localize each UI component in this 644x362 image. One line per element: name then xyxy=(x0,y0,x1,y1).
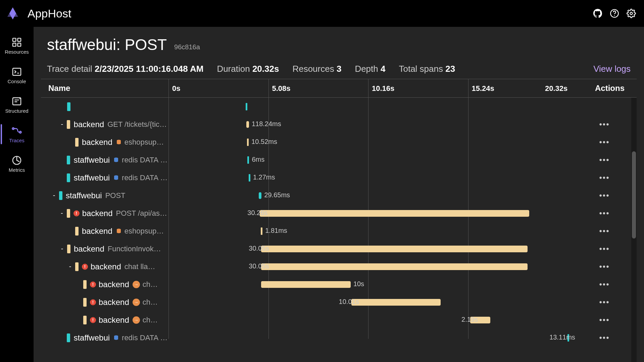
nav-structured[interactable]: Structured xyxy=(0,90,34,119)
trace-row[interactable]: staffwebuiredis DATA r…6ms••• xyxy=(41,151,631,169)
span-description: ch… xyxy=(143,316,158,324)
span-bar[interactable] xyxy=(351,299,441,306)
trace-row[interactable]: -backendGET /tickets/{tick…118.24ms••• xyxy=(41,115,631,133)
actions-cell: ••• xyxy=(578,136,631,148)
trace-row[interactable]: !backend→ch…10.01s••• xyxy=(41,293,631,311)
help-icon[interactable] xyxy=(610,9,619,18)
expander-icon[interactable]: - xyxy=(51,192,57,199)
row-actions-menu-icon[interactable]: ••• xyxy=(598,207,610,219)
trace-row[interactable]: staffwebuiredis DATA r…1.27ms••• xyxy=(41,169,631,187)
nav-resources[interactable]: Resources xyxy=(0,31,34,60)
timeline-cell: 10.52ms xyxy=(168,133,578,151)
error-icon: ! xyxy=(73,210,80,216)
app-logo-icon xyxy=(6,7,19,20)
database-icon xyxy=(116,228,122,234)
span-name-cell: staffwebuiredis DATA r… xyxy=(41,155,168,165)
trace-row[interactable]: !backend→ch…2.19s••• xyxy=(41,311,631,329)
span-bar[interactable] xyxy=(247,156,249,164)
span-bar[interactable] xyxy=(261,246,528,252)
span-bar[interactable] xyxy=(261,263,528,270)
duration-label: 30.05s xyxy=(249,262,269,270)
host-label: AppHost xyxy=(28,7,71,20)
span-bar[interactable] xyxy=(260,210,529,217)
console-icon xyxy=(11,66,22,77)
timeline-cell: 10.01s xyxy=(168,293,578,311)
expander-icon[interactable]: - xyxy=(59,209,65,217)
span-bar[interactable] xyxy=(259,192,261,199)
span-description: ch… xyxy=(143,280,158,289)
row-actions-menu-icon[interactable]: ••• xyxy=(598,190,610,202)
service-name: backend xyxy=(99,298,129,307)
row-actions-menu-icon[interactable]: ••• xyxy=(598,118,610,131)
row-actions-menu-icon[interactable]: ••• xyxy=(598,332,610,344)
vertical-scrollbar[interactable] xyxy=(631,98,637,362)
span-bar[interactable] xyxy=(247,139,249,146)
span-name-cell: -backendFunctionInvok… xyxy=(41,244,168,254)
service-name: staffwebui xyxy=(73,155,110,165)
row-actions-menu-icon[interactable]: ••• xyxy=(598,261,610,273)
span-description: GET /tickets/{tick… xyxy=(107,120,168,129)
stat-label: Total spans xyxy=(399,64,445,74)
actions-cell: ••• xyxy=(578,243,631,255)
nav-label: Traces xyxy=(9,138,24,143)
span-name-cell: !backend→ch… xyxy=(41,315,168,325)
service-color-chip xyxy=(67,156,70,164)
service-name: backend xyxy=(74,244,104,254)
duration-label: 6ms xyxy=(252,156,264,163)
sidebar-nav: Resources Console Structured Traces Metr… xyxy=(0,27,34,362)
svg-point-1 xyxy=(614,15,615,16)
expander-icon[interactable]: - xyxy=(59,120,65,128)
trace-row[interactable]: staffwebuiredis DATA r…13.11ms••• xyxy=(41,329,631,347)
actions-cell: ••• xyxy=(578,261,631,273)
row-actions-menu-icon[interactable]: ••• xyxy=(598,314,610,326)
span-name-cell: -backendGET /tickets/{tick… xyxy=(41,120,168,129)
span-bar[interactable] xyxy=(261,227,262,235)
trace-row[interactable]: -staffwebuiPOST29.65ms••• xyxy=(41,187,631,204)
row-actions-menu-icon[interactable]: ••• xyxy=(598,225,610,237)
row-actions-menu-icon[interactable]: ••• xyxy=(598,243,610,255)
span-bar[interactable] xyxy=(246,121,249,128)
svg-rect-6 xyxy=(18,43,21,46)
span-name-cell: -!backendchat lla… xyxy=(41,262,168,271)
span-description: chat lla… xyxy=(125,262,155,271)
trace-row[interactable]: backendeshopsup…10.52ms••• xyxy=(41,133,631,151)
github-icon[interactable] xyxy=(593,9,602,18)
row-actions-menu-icon[interactable]: ••• xyxy=(598,172,610,184)
actions-cell: ••• xyxy=(578,314,631,326)
trace-row[interactable]: -!backendPOST /api/assi…30.26s••• xyxy=(41,204,631,222)
service-color-chip xyxy=(59,191,62,200)
trace-row[interactable]: -!backendchat lla…30.05s••• xyxy=(41,258,631,275)
row-actions-menu-icon[interactable]: ••• xyxy=(598,296,610,308)
row-actions-menu-icon[interactable]: ••• xyxy=(598,278,610,291)
span-description: ch… xyxy=(143,298,158,307)
row-actions-menu-icon[interactable]: ••• xyxy=(598,136,610,148)
duration-label: 1.81ms xyxy=(265,227,287,235)
row-actions-menu-icon[interactable]: ••• xyxy=(598,154,610,166)
trace-row[interactable]: backendeshopsup…1.81ms••• xyxy=(41,222,631,240)
service-color-chip xyxy=(67,209,70,218)
timeline-header: 0s5.08s10.16s15.24s20.32s xyxy=(168,79,583,97)
nav-label: Resources xyxy=(5,49,29,55)
span-bar[interactable] xyxy=(261,281,350,288)
view-logs-link[interactable]: View logs xyxy=(593,64,631,74)
svg-rect-7 xyxy=(13,68,21,75)
nav-console[interactable]: Console xyxy=(0,60,34,90)
span-bar[interactable] xyxy=(246,103,247,110)
expander-icon[interactable]: - xyxy=(59,245,65,253)
settings-icon[interactable] xyxy=(627,9,636,18)
nav-metrics[interactable]: Metrics xyxy=(0,149,34,178)
error-icon: ! xyxy=(90,281,96,288)
trace-row[interactable]: -backendFunctionInvok…30.05s••• xyxy=(41,240,631,258)
span-description: redis DATA r… xyxy=(122,173,168,182)
scrollbar-thumb[interactable] xyxy=(632,151,636,239)
timeline-cell: 118.24ms xyxy=(168,115,578,133)
nav-traces[interactable]: Traces xyxy=(0,119,34,149)
stat-resources: 3 xyxy=(337,64,341,74)
timeline-cell xyxy=(168,98,578,115)
expander-icon[interactable]: - xyxy=(67,263,73,270)
trace-row[interactable] xyxy=(41,98,631,115)
span-bar[interactable] xyxy=(249,174,250,182)
span-name-cell: staffwebuiredis DATA r… xyxy=(41,333,168,343)
actions-cell: ••• xyxy=(578,190,631,202)
trace-row[interactable]: !backend→ch…10s••• xyxy=(41,275,631,293)
